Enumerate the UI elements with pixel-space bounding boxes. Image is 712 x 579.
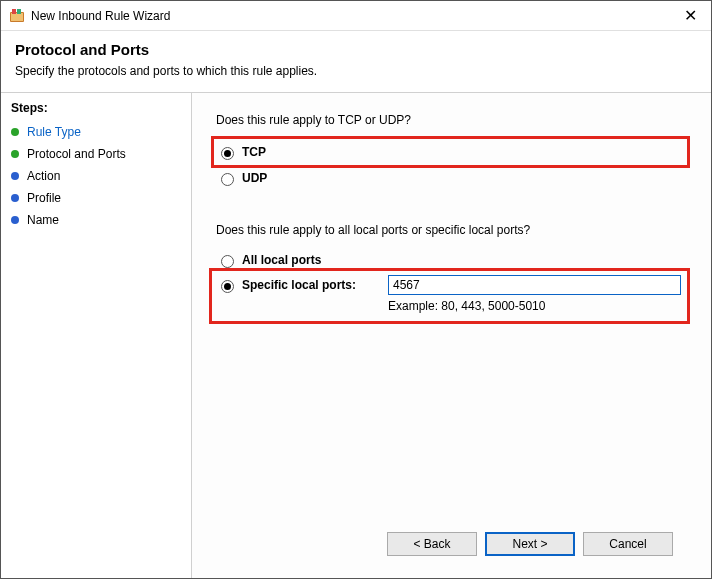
next-button[interactable]: Next >	[485, 532, 575, 556]
close-icon[interactable]: ✕	[678, 6, 703, 25]
radio-specific-ports-row: Specific local ports:	[216, 275, 681, 295]
app-icon	[9, 8, 25, 24]
steps-sidebar: Steps: Rule Type Protocol and Ports Acti…	[1, 93, 191, 578]
step-label: Rule Type	[27, 125, 81, 139]
page-title: Protocol and Ports	[15, 41, 697, 58]
question-protocol: Does this rule apply to TCP or UDP?	[216, 113, 687, 127]
titlebar: New Inbound Rule Wizard ✕	[1, 1, 711, 31]
svg-rect-1	[11, 13, 23, 21]
bullet-icon	[11, 128, 19, 136]
ports-example: Example: 80, 443, 5000-5010	[388, 299, 545, 313]
wizard-footer: < Back Next > Cancel	[216, 522, 687, 566]
step-label: Name	[27, 213, 59, 227]
step-label: Profile	[27, 191, 61, 205]
question-ports: Does this rule apply to all local ports …	[216, 223, 687, 237]
radio-specific-ports[interactable]	[221, 280, 234, 293]
radio-udp-label: UDP	[242, 171, 267, 185]
specific-ports-input[interactable]	[388, 275, 681, 295]
radio-tcp-label: TCP	[242, 145, 266, 159]
bullet-icon	[11, 172, 19, 180]
radio-udp-row[interactable]: UDP	[216, 167, 687, 189]
step-rule-type[interactable]: Rule Type	[11, 121, 181, 143]
bullet-icon	[11, 216, 19, 224]
main-panel: Does this rule apply to TCP or UDP? TCP …	[191, 93, 711, 578]
radio-all-ports-label: All local ports	[242, 253, 321, 267]
svg-rect-3	[17, 9, 21, 14]
radio-specific-ports-label: Specific local ports:	[242, 278, 356, 292]
bullet-icon	[11, 150, 19, 158]
highlight-specific-ports: Specific local ports: Example: 80, 443, …	[212, 271, 687, 321]
radio-all-ports[interactable]	[221, 255, 234, 268]
bullet-icon	[11, 194, 19, 202]
page-subtitle: Specify the protocols and ports to which…	[15, 64, 697, 78]
steps-heading: Steps:	[11, 99, 181, 121]
window-title: New Inbound Rule Wizard	[31, 9, 678, 23]
radio-tcp-row[interactable]: TCP	[216, 141, 647, 163]
step-action[interactable]: Action	[11, 165, 181, 187]
radio-udp[interactable]	[221, 173, 234, 186]
step-protocol-and-ports[interactable]: Protocol and Ports	[11, 143, 181, 165]
step-name[interactable]: Name	[11, 209, 181, 231]
wizard-header: Protocol and Ports Specify the protocols…	[1, 31, 711, 92]
back-button[interactable]: < Back	[387, 532, 477, 556]
radio-all-ports-row[interactable]: All local ports	[216, 249, 687, 271]
wizard-body: Steps: Rule Type Protocol and Ports Acti…	[1, 92, 711, 578]
step-label: Action	[27, 169, 60, 183]
cancel-button[interactable]: Cancel	[583, 532, 673, 556]
step-profile[interactable]: Profile	[11, 187, 181, 209]
ports-example-row: Example: 80, 443, 5000-5010	[216, 295, 681, 313]
highlight-tcp: TCP	[214, 139, 687, 165]
radio-tcp[interactable]	[221, 147, 234, 160]
svg-rect-2	[12, 9, 16, 14]
step-label: Protocol and Ports	[27, 147, 126, 161]
